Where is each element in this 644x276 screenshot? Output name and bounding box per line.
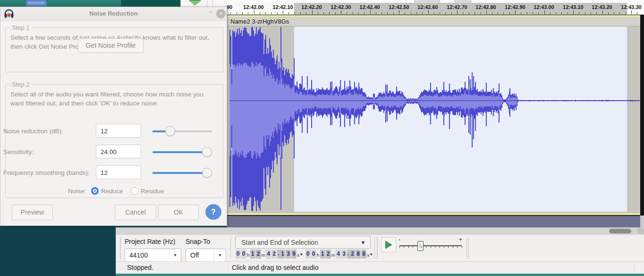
waveform-area[interactable] [228, 26, 640, 212]
ruler-time-label: 12:42.30 [330, 4, 351, 10]
toolbar-grip[interactable] [120, 237, 123, 259]
help-button[interactable]: ? [205, 204, 221, 220]
time-digit[interactable]: 8 [356, 250, 361, 259]
vertical-scrollbar-bottom[interactable] [640, 216, 644, 227]
speed-slider-tick [426, 246, 426, 248]
frequency-smoothing-input[interactable]: 12 [96, 165, 141, 179]
horizontal-scrollbar-handle[interactable] [609, 229, 631, 233]
sensitivity-input[interactable]: 24.00 [96, 145, 141, 158]
chevron-down-icon[interactable]: ▾ [370, 252, 373, 257]
sensitivity-slider[interactable] [153, 145, 212, 159]
ruler-tick [568, 12, 568, 14]
noise-reduction-slider[interactable] [153, 124, 212, 138]
waveform [228, 26, 640, 212]
chevron-down-icon: ▾ [214, 250, 226, 261]
ruler-tick [318, 12, 318, 14]
selection-start-time-field[interactable]: 00h12m42.139s▾ [235, 250, 303, 259]
track-right-edge [640, 15, 644, 216]
time-digit[interactable]: 4 [336, 250, 341, 259]
time-digit[interactable]: 2 [256, 250, 261, 259]
frequency-smoothing-slider[interactable] [153, 165, 212, 180]
ruler-time-label: 12:42.80 [475, 4, 496, 10]
ruler-tick [277, 12, 278, 14]
ruler-tick [405, 12, 405, 14]
screen: 9012:42.0012:42.1012:42.2012:42.3012:42.… [0, 0, 644, 276]
time-digit[interactable]: 2 [326, 250, 331, 259]
toolbar-tool-icon[interactable] [189, 0, 201, 6]
time-unit-label: s [297, 253, 300, 258]
time-digit[interactable]: 8 [361, 250, 366, 259]
ok-button[interactable]: OK [158, 205, 199, 220]
ruler-tick [469, 12, 469, 14]
statusbar-separator [228, 263, 228, 272]
cancel-button[interactable]: Cancel [115, 205, 156, 220]
slider-thumb[interactable] [202, 168, 212, 178]
time-digit[interactable]: 0 [236, 250, 241, 259]
close-icon[interactable]: × [216, 9, 226, 18]
toolbar-separator [468, 237, 469, 259]
time-digit[interactable]: 1 [280, 250, 285, 259]
horizontal-scrollbar[interactable] [116, 227, 644, 235]
time-digit[interactable]: 0 [311, 250, 316, 259]
selection-mode-value: Start and End of Selection [236, 239, 356, 246]
clip-title-bar[interactable]: Name2 3-zrHghV8Gs [228, 17, 640, 26]
get-noise-profile-button[interactable]: Get Noise Profile [78, 38, 144, 53]
toolbar-separator [374, 237, 375, 259]
time-digit[interactable]: . [347, 250, 350, 259]
noise-reduction-input[interactable]: 12 [96, 124, 141, 138]
preview-button[interactable]: Preview [12, 205, 53, 220]
speed-slider-tick [457, 246, 458, 248]
dialog-title-bar[interactable]: Noise Reduction ⌃ × [0, 7, 227, 21]
toolbar-separator [230, 237, 231, 259]
ruler-tick [486, 10, 487, 14]
snap-to-combobox[interactable]: Off ▾ [186, 249, 226, 262]
toolbar-grip[interactable] [377, 237, 380, 259]
ruler-tick [602, 10, 603, 14]
ruler-tick [353, 12, 353, 14]
time-unit-label: s [367, 253, 370, 258]
audacity-toolbar-sliver [180, 0, 227, 7]
selection-end-time-field[interactable]: 00h12m43.288s▾ [305, 250, 373, 259]
time-digit[interactable]: 0 [305, 250, 311, 259]
radio-residue[interactable] [131, 187, 138, 195]
time-digit[interactable]: . [277, 250, 280, 259]
selection-mode-combobox[interactable]: Start and End of Selection ▼ [235, 236, 371, 249]
play-at-speed-button[interactable] [381, 237, 396, 252]
time-unit-label: m [331, 253, 335, 258]
time-digit[interactable]: 4 [266, 250, 271, 259]
time-digit[interactable]: 1 [320, 250, 325, 259]
time-digit[interactable]: 9 [291, 250, 297, 259]
ruler-tick [434, 12, 434, 14]
folder-icon[interactable] [26, 0, 47, 6]
project-rate-combobox[interactable]: 44100 ▾ [125, 249, 181, 262]
time-digit[interactable]: 2 [271, 250, 277, 259]
time-digit[interactable]: 0 [241, 250, 246, 259]
chevron-down-icon[interactable]: ▾ [300, 252, 303, 257]
speed-plus-label: + [459, 236, 462, 243]
slider-thumb[interactable] [202, 147, 212, 157]
shade-window-icon[interactable]: ⌃ [206, 10, 215, 18]
speed-slider-handle[interactable] [417, 241, 424, 251]
slider-thumb[interactable] [165, 126, 175, 136]
time-digit[interactable]: 3 [341, 250, 347, 259]
time-digit[interactable]: 1 [250, 250, 255, 259]
radio-reduce[interactable] [91, 187, 99, 195]
timeline-ruler[interactable]: 9012:42.0012:42.1012:42.2012:42.3012:42.… [227, 3, 644, 15]
playback-speed-slider[interactable]: - + [398, 236, 465, 253]
ruler-tick [347, 12, 347, 14]
ruler-tick [283, 10, 283, 14]
speed-slider-tick [399, 246, 400, 248]
time-unit-label: m [262, 253, 265, 258]
desktop-background-dark [121, 0, 180, 7]
time-digit[interactable]: 2 [350, 250, 355, 259]
ruler-tick [295, 12, 295, 14]
ruler-time-label: 12:43.20 [592, 4, 612, 10]
snap-to-label: Snap-To [186, 238, 210, 245]
ruler-tick [498, 12, 498, 14]
snap-to-value: Off [186, 251, 214, 259]
ruler-tick [463, 12, 463, 14]
time-digit[interactable]: 3 [286, 250, 291, 259]
ruler-tick [399, 10, 399, 14]
ruler-time-label: 12:43.30 [621, 4, 641, 10]
ruler-tick [573, 10, 574, 14]
